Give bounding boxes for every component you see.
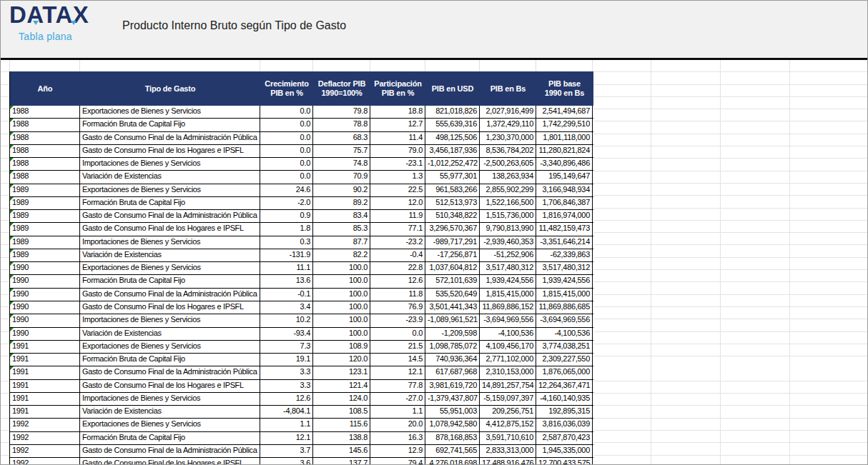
cell-crecimiento-pib[interactable]: 24.6: [260, 184, 313, 196]
cell-participacion-pib[interactable]: 77.1: [370, 223, 425, 235]
cell-year[interactable]: 1991: [10, 406, 80, 418]
cell-participacion-pib[interactable]: 12.0: [370, 197, 425, 209]
cell-participacion-pib[interactable]: 79.4: [370, 458, 425, 465]
cell-tipo-de-gasto[interactable]: Gasto de Consumo Final de la Administrac…: [80, 210, 260, 222]
cell-tipo-de-gasto[interactable]: Formación Bruta de Capital Fijo: [80, 432, 260, 444]
cell-pib-bs[interactable]: 2,771,102,000: [480, 354, 536, 366]
cell-participacion-pib[interactable]: -0.4: [370, 249, 425, 261]
cell-year[interactable]: 1990: [10, 275, 80, 287]
cell-deflactor-pib[interactable]: 89.2: [313, 197, 370, 209]
cell-year[interactable]: 1991: [10, 366, 80, 379]
cell-pib-usd[interactable]: 878,168,853: [425, 432, 480, 444]
cell-crecimiento-pib[interactable]: 0.0: [260, 145, 313, 157]
cell-participacion-pib[interactable]: 12.9: [370, 445, 425, 457]
cell-participacion-pib[interactable]: 22.5: [370, 184, 425, 196]
cell-year[interactable]: 1988: [10, 106, 80, 118]
cell-pib-base-1990[interactable]: 3,166,948,934: [536, 184, 593, 196]
cell-pib-usd[interactable]: -1,012,252,472: [425, 158, 480, 170]
cell-participacion-pib[interactable]: 77.8: [370, 380, 425, 392]
cell-deflactor-pib[interactable]: 108.5: [313, 406, 370, 418]
cell-crecimiento-pib[interactable]: 3.3: [260, 366, 313, 379]
cell-deflactor-pib[interactable]: 120.0: [313, 354, 370, 366]
cell-crecimiento-pib[interactable]: -4,804.1: [260, 406, 313, 418]
cell-pib-base-1990[interactable]: 12,264,367,471: [536, 380, 593, 392]
cell-tipo-de-gasto[interactable]: Formación Bruta de Capital Fijo: [80, 119, 260, 131]
cell-crecimiento-pib[interactable]: -93.4: [260, 328, 313, 340]
cell-crecimiento-pib[interactable]: 7.3: [260, 341, 313, 353]
cell-deflactor-pib[interactable]: 70.9: [313, 171, 370, 183]
cell-tipo-de-gasto[interactable]: Importaciones de Bienes y Servicios: [80, 158, 260, 170]
cell-deflactor-pib[interactable]: 68.3: [313, 132, 370, 144]
cell-deflactor-pib[interactable]: 100.0: [313, 275, 370, 287]
cell-deflactor-pib[interactable]: 83.4: [313, 210, 370, 222]
cell-participacion-pib[interactable]: -23.2: [370, 236, 425, 249]
cell-pib-usd[interactable]: 692,741,565: [425, 445, 480, 457]
cell-pib-base-1990[interactable]: -62,339,863: [536, 249, 593, 261]
cell-pib-bs[interactable]: 17,488,916,476: [480, 458, 536, 465]
cell-crecimiento-pib[interactable]: 11.1: [260, 262, 313, 274]
cell-pib-base-1990[interactable]: 1,706,846,387: [536, 197, 593, 209]
cell-participacion-pib[interactable]: 11.8: [370, 289, 425, 301]
cell-participacion-pib[interactable]: 14.5: [370, 354, 425, 366]
cell-participacion-pib[interactable]: 79.0: [370, 145, 425, 157]
cell-participacion-pib[interactable]: 11.4: [370, 132, 425, 144]
cell-participacion-pib[interactable]: 11.9: [370, 210, 425, 222]
cell-deflactor-pib[interactable]: 100.0: [313, 289, 370, 301]
cell-pib-bs[interactable]: 1,522,166,500: [480, 197, 536, 209]
cell-tipo-de-gasto[interactable]: Gasto de Consumo Final de la Administrac…: [80, 132, 260, 144]
cell-year[interactable]: 1990: [10, 262, 80, 274]
cell-participacion-pib[interactable]: 1.3: [370, 171, 425, 183]
cell-crecimiento-pib[interactable]: 0.0: [260, 106, 313, 118]
cell-participacion-pib[interactable]: 22.8: [370, 262, 425, 274]
cell-tipo-de-gasto[interactable]: Gasto de Consumo Final de la Administrac…: [80, 445, 260, 457]
cell-pib-usd[interactable]: 3,296,570,367: [425, 223, 480, 235]
cell-pib-base-1990[interactable]: 11,869,886,685: [536, 301, 593, 314]
cell-pib-base-1990[interactable]: -4,160,140,935: [536, 393, 593, 405]
cell-crecimiento-pib[interactable]: 12.6: [260, 393, 313, 405]
cell-crecimiento-pib[interactable]: 12.1: [260, 432, 313, 444]
cell-pib-bs[interactable]: 1,230,370,000: [480, 132, 536, 144]
cell-pib-bs[interactable]: 1,939,424,556: [480, 275, 536, 287]
cell-tipo-de-gasto[interactable]: Importaciones de Bienes y Servicios: [80, 236, 260, 249]
cell-pib-usd[interactable]: 510,348,822: [425, 210, 480, 222]
cell-pib-bs[interactable]: -2,500,263,605: [480, 158, 536, 170]
cell-pib-base-1990[interactable]: -3,351,646,214: [536, 236, 593, 249]
cell-pib-bs[interactable]: 2,833,313,000: [480, 445, 536, 457]
cell-crecimiento-pib[interactable]: -131.9: [260, 249, 313, 261]
cell-year[interactable]: 1988: [10, 171, 80, 183]
cell-year[interactable]: 1991: [10, 354, 80, 366]
cell-pib-base-1990[interactable]: 11,280,821,824: [536, 145, 593, 157]
cell-participacion-pib[interactable]: 20.0: [370, 419, 425, 431]
cell-pib-usd[interactable]: 498,125,506: [425, 132, 480, 144]
cell-crecimiento-pib[interactable]: 13.6: [260, 275, 313, 287]
cell-crecimiento-pib[interactable]: 0.0: [260, 119, 313, 131]
cell-crecimiento-pib[interactable]: -2.0: [260, 197, 313, 209]
cell-pib-base-1990[interactable]: 192,895,315: [536, 406, 593, 418]
cell-pib-base-1990[interactable]: 1,816,974,000: [536, 210, 593, 222]
cell-pib-bs[interactable]: -51,252,906: [480, 249, 536, 261]
cell-pib-bs[interactable]: -5,159,097,397: [480, 393, 536, 405]
cell-pib-bs[interactable]: 1,515,736,000: [480, 210, 536, 222]
cell-crecimiento-pib[interactable]: 3.7: [260, 445, 313, 457]
cell-tipo-de-gasto[interactable]: Gasto de Consumo Final de la Administrac…: [80, 366, 260, 379]
cell-pib-usd[interactable]: 55,977,301: [425, 171, 480, 183]
cell-participacion-pib[interactable]: 21.5: [370, 341, 425, 353]
cell-pib-base-1990[interactable]: 1,876,065,000: [536, 366, 593, 379]
cell-tipo-de-gasto[interactable]: Formación Bruta de Capital Fijo: [80, 275, 260, 287]
cell-pib-base-1990[interactable]: 1,742,299,510: [536, 119, 593, 131]
cell-pib-usd[interactable]: 617,687,968: [425, 366, 480, 379]
cell-year[interactable]: 1992: [10, 445, 80, 457]
cell-participacion-pib[interactable]: 12.7: [370, 119, 425, 131]
cell-year[interactable]: 1989: [10, 184, 80, 196]
cell-tipo-de-gasto[interactable]: Variación de Existencias: [80, 171, 260, 183]
cell-pib-bs[interactable]: 3,517,480,312: [480, 262, 536, 274]
cell-year[interactable]: 1989: [10, 197, 80, 209]
cell-participacion-pib[interactable]: -23.9: [370, 314, 425, 326]
cell-deflactor-pib[interactable]: 87.7: [313, 236, 370, 249]
cell-tipo-de-gasto[interactable]: Gasto de Consumo Final de los Hogares e …: [80, 301, 260, 314]
cell-pib-usd[interactable]: 1,098,785,072: [425, 341, 480, 353]
cell-year[interactable]: 1991: [10, 393, 80, 405]
cell-pib-bs[interactable]: 3,591,710,610: [480, 432, 536, 444]
cell-tipo-de-gasto[interactable]: Variación de Existencias: [80, 249, 260, 261]
cell-year[interactable]: 1992: [10, 419, 80, 431]
